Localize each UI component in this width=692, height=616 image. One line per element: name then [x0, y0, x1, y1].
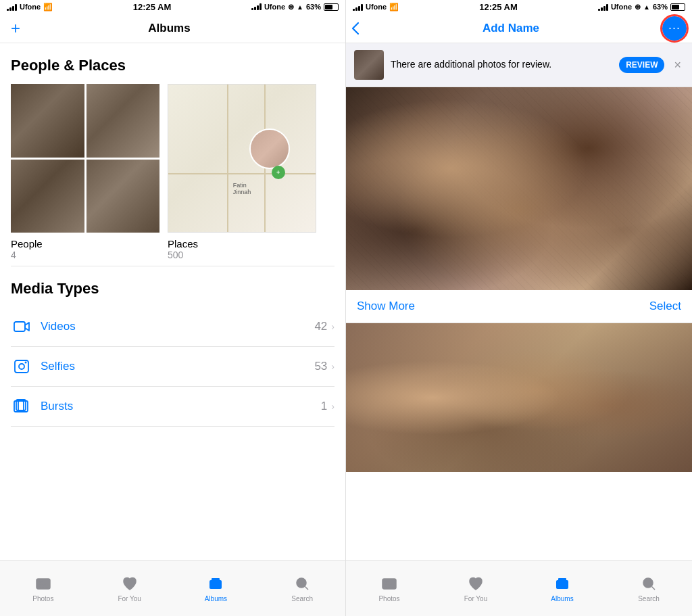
videos-count: 42 [314, 320, 327, 333]
albums-tab-icon-right [553, 575, 571, 592]
battery-pct-right: 63% [653, 3, 668, 11]
svg-rect-15 [558, 578, 566, 581]
foryou-tab-label-right: For You [464, 595, 487, 602]
signal-bars-right [353, 3, 363, 11]
time-right: 12:25 AM [479, 2, 518, 12]
location-left: ▲ [297, 3, 303, 11]
bursts-chevron: › [331, 401, 335, 412]
svg-point-3 [25, 362, 27, 364]
places-label-group: Places 500 [168, 238, 316, 260]
nav-bar-right: Add Name ··· [346, 14, 692, 43]
right-nav-title: Add Name [483, 22, 539, 35]
people-label-group: People 4 [11, 238, 159, 260]
media-types-title: Media Types [11, 280, 335, 298]
status-bar-left: Ufone 📶 12:25 AM Ufone ⊛ ▲ 63% [0, 0, 345, 14]
selfie-icon [11, 356, 32, 377]
bursts-label: Bursts [41, 400, 321, 413]
foryou-tab-label-left: For You [118, 595, 141, 602]
videos-chevron: › [331, 321, 335, 332]
tab-foryou-right[interactable]: For You [432, 561, 519, 616]
svg-rect-0 [14, 322, 25, 331]
search-tab-label-right: Search [638, 595, 660, 602]
tab-search-left[interactable]: Search [259, 561, 345, 616]
albums-tab-icon-left [207, 575, 224, 592]
media-type-videos[interactable]: Videos 42 › [11, 307, 335, 347]
show-more-bar: Show More Select [346, 290, 692, 323]
photo-gradient-overlay [346, 87, 692, 290]
wifi-right-2: ⊛ [635, 3, 641, 11]
places-pin [249, 128, 290, 169]
more-button[interactable]: ··· [662, 16, 687, 41]
tab-photos-left[interactable]: Photos [0, 561, 86, 616]
selfies-chevron: › [331, 361, 335, 372]
media-type-selfies[interactable]: Selfies 53 › [11, 347, 335, 387]
tab-albums-left[interactable]: Albums [173, 561, 260, 616]
places-section: + FatinJinnah Places 500 [168, 84, 316, 260]
group-photo-overlay [346, 323, 692, 472]
media-types-list: Videos 42 › Selfies 53 › [11, 307, 335, 427]
people-photo-4 [86, 160, 160, 233]
svg-rect-9 [209, 580, 222, 589]
selfies-label: Selfies [41, 360, 314, 373]
divider-1 [11, 266, 335, 266]
videos-label: Videos [41, 320, 314, 333]
albums-tab-label-right: Albums [551, 595, 573, 602]
media-type-bursts[interactable]: Bursts 1 › [11, 387, 335, 427]
bursts-icon [11, 396, 32, 417]
signal-bars-right2-r [598, 3, 608, 11]
video-icon [11, 316, 32, 337]
main-photo [346, 87, 692, 290]
svg-rect-14 [556, 580, 568, 589]
places-label-count: 500 [168, 250, 316, 260]
review-button[interactable]: REVIEW [619, 57, 664, 73]
group-photo [346, 323, 692, 472]
tab-bar-left: Photos For You Albums [0, 560, 345, 616]
nav-bar-left: + Albums [0, 14, 345, 43]
bursts-count: 1 [321, 400, 327, 413]
people-photo-3 [11, 160, 84, 233]
tab-search-right[interactable]: Search [606, 561, 692, 616]
places-thumb[interactable]: + FatinJinnah [168, 84, 316, 233]
wifi-left: 📶 [43, 3, 53, 11]
photos-tab-label-left: Photos [32, 595, 53, 602]
back-button[interactable] [351, 22, 360, 35]
svg-point-2 [19, 364, 24, 369]
right-panel: Ufone 📶 12:25 AM Ufone ⊛ ▲ 63% [346, 0, 692, 616]
svg-point-13 [386, 582, 389, 584]
svg-rect-7 [36, 579, 50, 589]
carrier-right: Ufone [366, 3, 387, 11]
selfies-count: 53 [314, 360, 327, 373]
tab-foryou-left[interactable]: For You [86, 561, 173, 616]
plus-icon: + [276, 169, 280, 176]
review-thumbnail [354, 50, 384, 80]
people-grid[interactable] [11, 84, 159, 233]
albums-tab-label-left: Albums [205, 595, 227, 602]
map-label: FatinJinnah [233, 182, 251, 195]
search-tab-icon-left [293, 575, 311, 592]
select-button[interactable]: Select [649, 300, 681, 313]
people-label-count: 4 [11, 250, 159, 260]
more-dots-label: ··· [668, 21, 681, 35]
green-location-circle: + [272, 166, 285, 179]
tab-albums-right[interactable]: Albums [519, 561, 606, 616]
status-bar-right: Ufone 📶 12:25 AM Ufone ⊛ ▲ 63% [346, 0, 692, 14]
search-tab-label-left: Search [291, 595, 313, 602]
wifi-left-2: ⊛ [288, 3, 294, 11]
battery-pct-left: 63% [306, 3, 321, 11]
left-content: People & Places People 4 [0, 43, 345, 560]
add-button[interactable]: + [11, 19, 20, 38]
battery-icon-left [324, 3, 339, 11]
tab-bar-right: Photos For You Albums [346, 560, 692, 616]
people-places-grid: People 4 [11, 84, 335, 260]
map-lines [168, 85, 316, 232]
review-text: There are additional photos for review. [391, 58, 612, 72]
svg-rect-12 [382, 579, 396, 589]
right-content: There are additional photos for review. … [346, 43, 692, 560]
foryou-tab-icon-left [121, 575, 139, 592]
places-map: + FatinJinnah [168, 85, 316, 232]
show-more-button[interactable]: Show More [357, 300, 415, 313]
svg-point-8 [39, 582, 42, 584]
photos-tab-icon-right [380, 575, 398, 592]
tab-photos-right[interactable]: Photos [346, 561, 432, 616]
review-close-button[interactable]: × [671, 55, 684, 75]
